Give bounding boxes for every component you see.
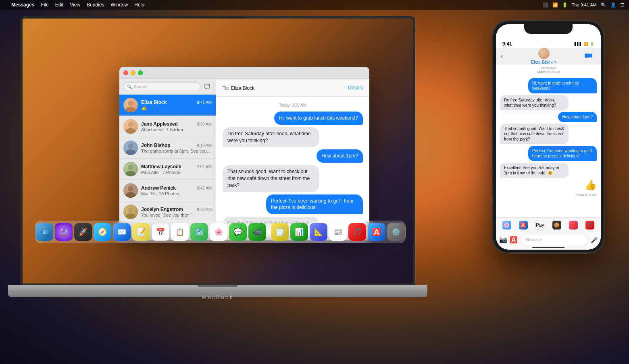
dock-facetime[interactable]: 📹 (248, 223, 266, 241)
dock-finder[interactable] (35, 223, 53, 241)
dock-news[interactable]: 📰 (329, 223, 347, 241)
bubble-sent-2: How about 1pm? (317, 149, 363, 163)
iphone-dock-applepay[interactable]: Pay (535, 221, 544, 230)
dock-mail[interactable]: ✉️ (113, 223, 131, 241)
chat-details-button[interactable]: Details (348, 85, 363, 91)
dock-safari[interactable]: 🧭 (94, 223, 111, 241)
conversation-item-andrew-penick[interactable]: Andrew Penick 8:47 AM Mar 15 - 16 Photos (119, 180, 216, 201)
svg-point-1 (128, 101, 133, 106)
imessage-date: Today 9:39 AM (496, 70, 601, 74)
dock-numbers[interactable]: 📊 (290, 223, 308, 241)
dock-stickies[interactable]: 🗒️ (271, 223, 289, 241)
user-icon[interactable]: 👤 (610, 2, 616, 8)
iphone-camera-icon[interactable]: 📷 (499, 236, 507, 244)
conversation-item-jocelyn-engstrom[interactable]: Jocelyn Engstrom 8:30 AM You loved "See … (119, 201, 216, 223)
traffic-lights (123, 70, 143, 75)
maximize-button[interactable] (138, 70, 143, 75)
bubble-sent-1: Hi, want to grab lunch this weekend? (274, 112, 363, 125)
screen-content: 🔍 Search (23, 19, 413, 283)
conv-time-john: 9:10 AM (197, 143, 212, 148)
iphone-back-button[interactable]: ‹ (501, 53, 503, 60)
dock-music[interactable]: 🎵 (348, 223, 366, 241)
iphone-video-button[interactable] (585, 53, 596, 60)
menu-file[interactable]: File (41, 2, 48, 8)
iphone-bubble-sent-1: Hi, want to grab lunch this weekend? (528, 78, 597, 93)
conversation-item-john-bishop[interactable]: John Bishop 9:10 AM The game starts at 6… (119, 137, 216, 159)
svg-point-2 (125, 107, 136, 112)
dock-launchpad[interactable]: 🚀 (74, 223, 92, 241)
dock-siri[interactable]: 🔮 (55, 223, 73, 241)
iphone-bottom-app-bar: 🌸 🅰️ Pay 🍪 ❤️ 🎵 (496, 217, 601, 232)
iphone-mic-button[interactable]: 🎤 (591, 237, 598, 243)
search-icon: 🔍 (127, 85, 132, 89)
control-center-icon[interactable]: ☰ (620, 2, 624, 8)
conv-info-jane: Jane Appleseed 9:38 AM Attachment: 1 Sti… (141, 121, 212, 132)
dock-reminders[interactable]: 📋 (171, 223, 189, 241)
conv-preview-jane: Attachment: 1 Sticker (141, 127, 212, 132)
app-menu-messages[interactable]: Messages (11, 2, 34, 8)
svg-rect-20 (585, 54, 590, 58)
dock-messages[interactable]: 💬 (229, 223, 247, 241)
iphone-bubble-received-1: I'm free Saturday after noon, what time … (500, 95, 569, 110)
conv-info-eliza: Eliza Block 9:41 AM 👍 (141, 99, 212, 111)
iphone-nav-bar: ‹ Eliza Block > (496, 48, 601, 64)
conv-name-john: John Bishop (141, 143, 171, 148)
dock-photos[interactable]: 🌸 (210, 223, 227, 241)
mac-dock: 🔮 🚀 🧭 ✉️ 📝 📅 📋 (35, 221, 406, 243)
iphone-notch (524, 24, 573, 34)
macbook: 🔍 Search (20, 16, 444, 354)
conv-time-andrew: 8:47 AM (197, 186, 212, 190)
conversation-item-jane-appleseed[interactable]: Jane Appleseed 9:38 AM Attachment: 1 Sti… (119, 116, 216, 137)
svg-point-6 (125, 149, 136, 155)
svg-point-4 (125, 128, 136, 134)
conv-info-matthew: Matthew Laycock 9:01 AM Palo Alto - 7 Ph… (141, 164, 212, 175)
dock-maps[interactable]: 🗺️ (190, 223, 208, 241)
avatar-matthew-laycock (123, 162, 138, 176)
close-button[interactable] (123, 70, 128, 75)
conversation-item-eliza-block[interactable]: Eliza Block 9:41 AM 👍 (119, 95, 216, 116)
bubble-received-2: That sounds good. Want to check out that… (223, 165, 319, 192)
menu-edit[interactable]: Edit (55, 2, 64, 8)
iphone-home-bar (532, 247, 564, 248)
conversation-item-matthew-laycock[interactable]: Matthew Laycock 9:01 AM Palo Alto - 7 Ph… (119, 159, 216, 180)
chat-header: To: Eliza Block Details (216, 79, 369, 97)
conv-name-andrew: Andrew Penick (141, 185, 176, 191)
iphone-dock-music[interactable]: 🎵 (585, 221, 594, 230)
iphone-appstore-icon[interactable]: 🅰️ (510, 236, 518, 244)
iphone-dock-photos[interactable]: 🌸 (502, 221, 511, 230)
menu-bar: Messages File Edit View Buddies Window H… (0, 0, 629, 10)
menu-buddies[interactable]: Buddies (87, 2, 104, 8)
dock-calendar[interactable]: 📅 (152, 223, 169, 241)
minimize-button[interactable] (131, 70, 135, 75)
iphone-msg-sent-1: Hi, want to grab lunch this weekend? (500, 78, 597, 93)
dock-appstore[interactable]: 🅰️ (368, 223, 385, 241)
iphone-msg-received-1: I'm free Saturday after noon, what time … (500, 95, 597, 110)
menu-window[interactable]: Window (111, 2, 128, 8)
iphone-dock-unknown2[interactable]: ❤️ (569, 221, 578, 230)
chat-messages: Today, 9:39 AM Hi, want to grab lunch th… (216, 97, 369, 224)
battery-icon: 🔋 (562, 2, 568, 8)
airplay-icon: ⬛ (543, 2, 548, 8)
svg-point-12 (125, 213, 136, 219)
iphone-input-field[interactable]: iMessage (520, 235, 588, 245)
search-bar[interactable]: 🔍 Search (123, 82, 200, 91)
menu-view[interactable]: View (70, 2, 80, 8)
chat-area: To: Eliza Block Details Today, 9:39 AM H… (216, 79, 369, 240)
dock-systemprefs[interactable]: ⚙️ (387, 223, 405, 241)
conversation-list: Eliza Block 9:41 AM 👍 (119, 95, 216, 240)
avatar-jane-appleseed (123, 119, 138, 134)
iphone-msg-sent-2: How about 1pm? (500, 112, 597, 122)
message-sent-2: How about 1pm? (223, 149, 363, 163)
iphone-dock-unknown1[interactable]: 🍪 (552, 221, 561, 230)
conv-info-andrew: Andrew Penick 8:47 AM Mar 15 - 16 Photos (141, 185, 212, 196)
iphone-contact-name[interactable]: Eliza Block > (506, 60, 581, 64)
conv-preview-eliza: 👍 (141, 105, 212, 111)
dock-notes[interactable]: 📝 (132, 223, 150, 241)
dock-keynote[interactable]: 📐 (310, 223, 327, 241)
iphone-dock-appstore[interactable]: 🅰️ (519, 221, 528, 230)
search-placeholder: Search (133, 84, 148, 89)
menu-help[interactable]: Help (134, 2, 144, 8)
search-menubar-icon[interactable]: 🔍 (601, 2, 606, 8)
compose-button[interactable] (203, 82, 212, 91)
svg-point-9 (128, 186, 133, 192)
